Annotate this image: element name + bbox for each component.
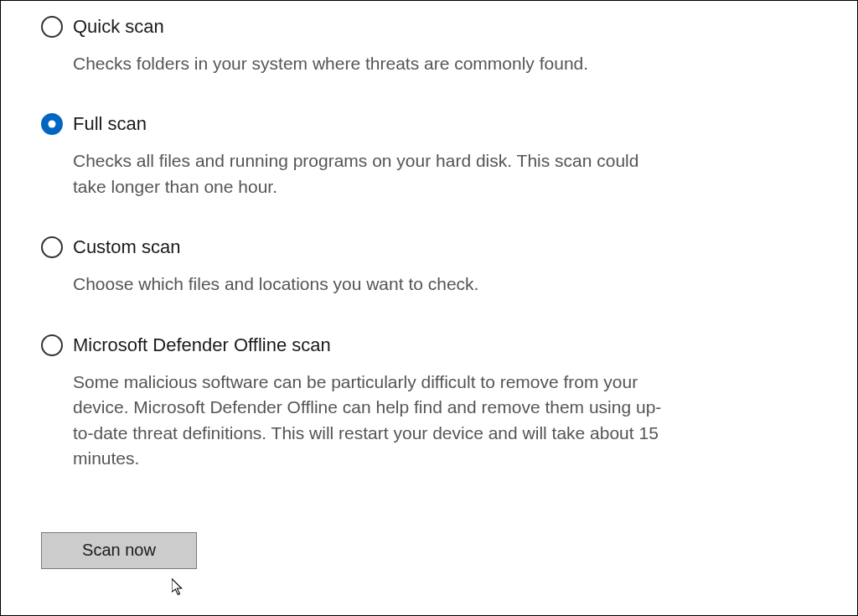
scan-option-full: Full scan Checks all files and running p… (41, 113, 817, 199)
option-title: Quick scan (73, 16, 164, 38)
option-title: Full scan (73, 113, 147, 135)
option-header: Full scan (41, 113, 817, 135)
scan-option-offline: Microsoft Defender Offline scan Some mal… (41, 334, 817, 472)
option-header: Microsoft Defender Offline scan (41, 334, 817, 356)
radio-full-scan[interactable] (41, 113, 63, 135)
scan-now-button[interactable]: Scan now (41, 532, 197, 569)
option-title: Microsoft Defender Offline scan (73, 334, 331, 356)
option-title: Custom scan (73, 236, 180, 258)
radio-offline-scan[interactable] (41, 334, 63, 356)
option-header: Custom scan (41, 236, 817, 258)
cursor-icon (172, 578, 186, 597)
option-description: Checks folders in your system where thre… (73, 51, 676, 76)
option-description: Some malicious software can be particula… (73, 370, 676, 472)
option-description: Checks all files and running programs on… (73, 148, 676, 199)
radio-custom-scan[interactable] (41, 236, 63, 258)
radio-quick-scan[interactable] (41, 16, 63, 38)
option-description: Choose which files and locations you wan… (73, 272, 676, 297)
scan-option-quick: Quick scan Checks folders in your system… (41, 16, 817, 76)
scan-option-custom: Custom scan Choose which files and locat… (41, 236, 817, 297)
option-header: Quick scan (41, 16, 817, 38)
